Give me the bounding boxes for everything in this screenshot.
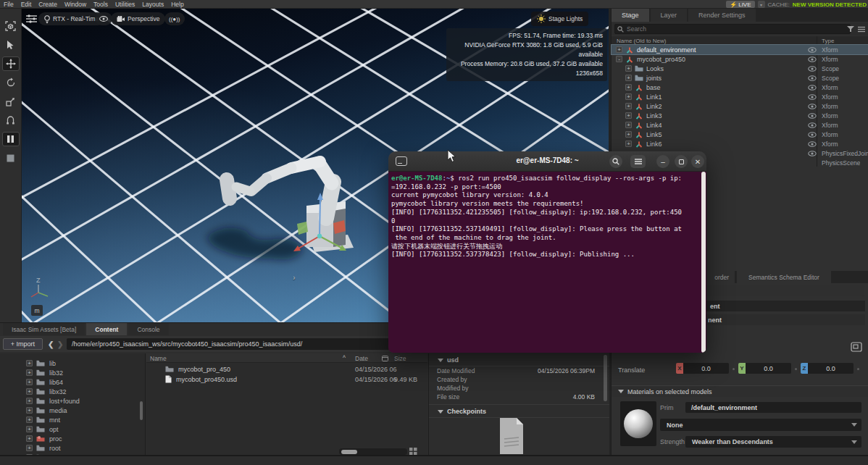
stage-row-joints[interactable]: +jointsScope bbox=[612, 73, 868, 83]
visibility-eye-icon[interactable] bbox=[808, 113, 817, 120]
expander-icon[interactable]: + bbox=[26, 435, 33, 442]
details-usd-section[interactable]: usd bbox=[429, 353, 609, 366]
terminal-menu-button[interactable] bbox=[630, 155, 646, 168]
directory-scrollbar[interactable] bbox=[140, 401, 143, 420]
stage-row-looks[interactable]: +LooksScope bbox=[612, 64, 868, 73]
menu-tools[interactable]: Tools bbox=[93, 1, 108, 8]
stage-row-link2[interactable]: +Link2Xform bbox=[612, 101, 868, 111]
expander-icon[interactable]: + bbox=[625, 75, 632, 81]
expander-icon[interactable]: + bbox=[625, 84, 632, 91]
tab-semantics-schema-editor[interactable]: Semantics Schema Editor bbox=[737, 271, 831, 283]
import-button[interactable]: + Import bbox=[3, 338, 43, 350]
file-item-mycobot_pro_450[interactable]: mycobot_pro_45004/15/2026 06 bbox=[146, 364, 427, 374]
expander-icon[interactable]: + bbox=[625, 112, 632, 119]
stage-row-link4[interactable]: +Link4Xform bbox=[612, 120, 868, 130]
tab-content[interactable]: Content bbox=[86, 323, 127, 335]
terminal-scrollbar[interactable] bbox=[701, 172, 706, 353]
camera-button[interactable]: Perspective bbox=[111, 12, 165, 25]
stage-row-link5[interactable]: +Link5Xform bbox=[612, 130, 868, 139]
tab-render-settings[interactable]: Render Settings bbox=[688, 9, 756, 22]
menu-file[interactable]: File bbox=[4, 1, 14, 8]
translate-z-field[interactable]: 0.0 bbox=[808, 363, 854, 374]
frame-select-tool[interactable] bbox=[2, 19, 20, 33]
close-button[interactable]: ✕ bbox=[691, 155, 704, 168]
prim-path-field[interactable]: /default_environment bbox=[685, 402, 861, 413]
expander-icon[interactable]: + bbox=[26, 445, 33, 451]
visibility-eye-icon[interactable] bbox=[808, 85, 817, 92]
dir-item-lib64[interactable]: +lib64 bbox=[0, 377, 145, 387]
menu-edit[interactable]: Edit bbox=[21, 1, 32, 8]
options-list-icon[interactable] bbox=[858, 26, 865, 33]
menu-help[interactable]: Help bbox=[171, 1, 183, 8]
stage-search-input[interactable] bbox=[614, 24, 851, 34]
expander-icon[interactable]: + bbox=[625, 141, 632, 147]
details-scrollbar[interactable] bbox=[604, 355, 607, 401]
dir-item-proc[interactable]: +proc bbox=[0, 434, 145, 443]
viewport-settings-icon[interactable] bbox=[25, 14, 38, 25]
dir-item-lib[interactable]: +lib bbox=[0, 359, 145, 368]
expander-icon[interactable]: + bbox=[26, 360, 33, 366]
tab-stage[interactable]: Stage bbox=[612, 9, 649, 22]
material-dropdown[interactable]: None bbox=[660, 419, 861, 431]
rotate-tool[interactable] bbox=[2, 75, 20, 90]
dir-item-mnt[interactable]: +mnt bbox=[0, 415, 145, 424]
file-item-mycobot_pro450.usd[interactable]: mycobot_pro450.usd04/15/2026 069.49 KB bbox=[146, 374, 427, 384]
filter-icon[interactable] bbox=[847, 26, 854, 33]
visibility-eye-icon[interactable] bbox=[808, 132, 817, 139]
terminal-window[interactable]: er@er-MS-7D48: ~ – ✕ er@er-MS-7D48:~$ ro… bbox=[388, 151, 706, 353]
menu-utilities[interactable]: Utilities bbox=[115, 1, 135, 8]
visibility-eye-icon[interactable] bbox=[808, 104, 817, 111]
expander-icon[interactable]: + bbox=[625, 93, 632, 100]
thumbnail-size-slider[interactable] bbox=[339, 448, 407, 455]
stage-row-mycobot_pro450[interactable]: -mycobot_pro450Xform bbox=[612, 54, 868, 64]
visibility-eye-icon[interactable] bbox=[808, 141, 817, 148]
stage-row-link6[interactable]: +Link6Xform bbox=[612, 139, 868, 148]
expander-icon[interactable]: + bbox=[26, 369, 33, 376]
forward-arrow-icon[interactable]: ❯ bbox=[57, 338, 63, 350]
terminal-search-button[interactable] bbox=[609, 155, 622, 168]
tab-isaac-sim-assets-beta-[interactable]: Isaac Sim Assets [Beta] bbox=[3, 323, 85, 335]
menu-window[interactable]: Window bbox=[64, 1, 86, 8]
visibility-eye-icon[interactable] bbox=[808, 94, 817, 101]
visibility-eye-icon[interactable] bbox=[808, 122, 817, 130]
expander-icon[interactable]: + bbox=[26, 388, 33, 395]
axis-link-dot[interactable] bbox=[733, 368, 735, 370]
menu-layouts[interactable]: Layouts bbox=[142, 1, 164, 8]
translate-y-field[interactable]: 0.0 bbox=[746, 363, 791, 374]
expander-icon[interactable]: + bbox=[26, 416, 33, 423]
expander-icon[interactable]: + bbox=[625, 103, 632, 109]
stage-row-link1[interactable]: +Link1Xform bbox=[612, 92, 868, 101]
expand-chevron-icon[interactable]: › bbox=[293, 273, 296, 282]
slider-handle[interactable] bbox=[341, 450, 357, 454]
menu-create[interactable]: Create bbox=[38, 1, 57, 8]
back-arrow-icon[interactable]: ❮ bbox=[48, 338, 54, 350]
axis-link-dot[interactable] bbox=[795, 368, 797, 370]
visibility-eye-icon[interactable] bbox=[808, 66, 817, 73]
move-tool[interactable] bbox=[2, 56, 20, 71]
pause-button[interactable] bbox=[2, 132, 20, 146]
strength-dropdown[interactable]: Weaker than Descendants bbox=[685, 436, 861, 448]
stage-lights-button[interactable]: Stage Lights bbox=[531, 12, 588, 26]
materials-section-header[interactable]: Materials on selected models bbox=[612, 385, 868, 397]
terminal-output[interactable]: er@er-MS-7D48:~$ ros2 run pro450_isaacsi… bbox=[388, 172, 706, 353]
expander-icon[interactable]: + bbox=[625, 131, 632, 138]
visibility-eye-icon[interactable] bbox=[808, 47, 817, 54]
stop-button[interactable] bbox=[2, 151, 20, 165]
dir-item-root[interactable]: +root bbox=[0, 443, 145, 453]
audio-button[interactable]: ((●)) bbox=[164, 12, 185, 25]
expander-icon[interactable]: + bbox=[625, 122, 632, 128]
terminal-titlebar[interactable]: er@er-MS-7D48: ~ – ✕ bbox=[388, 151, 706, 172]
dir-item-media[interactable]: +media bbox=[0, 406, 145, 415]
visibility-eye-icon[interactable] bbox=[808, 75, 817, 83]
live-dropdown-caret[interactable]: ▾ bbox=[758, 1, 765, 8]
visibility-eye-icon[interactable] bbox=[808, 151, 817, 158]
stage-tree-header[interactable]: Name (Old to New) Type bbox=[612, 36, 868, 45]
expander-icon[interactable]: + bbox=[26, 407, 33, 414]
maximize-button[interactable] bbox=[675, 155, 688, 168]
snap-tool[interactable] bbox=[2, 113, 20, 127]
stage-row-link3[interactable]: +Link3Xform bbox=[612, 111, 868, 120]
expander-icon[interactable]: - bbox=[616, 56, 622, 62]
tab-layer[interactable]: Layer bbox=[651, 9, 688, 22]
expander-icon[interactable]: + bbox=[625, 65, 632, 72]
expander-icon[interactable]: + bbox=[26, 398, 33, 404]
